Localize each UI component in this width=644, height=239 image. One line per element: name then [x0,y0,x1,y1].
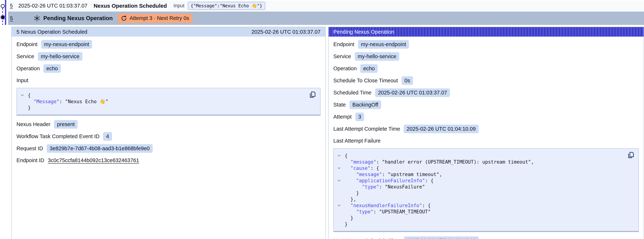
code-line: { [345,152,634,159]
collapse-chevron-icon[interactable] [338,178,341,182]
field-label: Service [333,54,351,60]
field-value-badge: 2025-02-26 UTC 01:04:13.93 [404,236,479,239]
detail-row: Request ID3e829b7e-7d67-4b08-aad3-b1e868… [16,144,320,153]
field-label: Request ID [16,146,43,152]
detail-row: Schedule To Close Timeout0s [333,76,639,85]
field-value-badge: 0s [402,76,413,85]
detail-row: Operationecho [16,64,320,73]
field-value-badge: my-hello-service [38,52,82,61]
field-value-badge: present [54,120,78,129]
timeline-pending-dot-icon[interactable] [1,16,4,19]
field-value-badge: BackingOff [350,100,381,109]
detail-row: Next Attempt Schedule Time2025-02-26 UTC… [333,236,639,239]
field-value-badge: echo [360,64,378,73]
field-label: Operation [333,66,356,72]
json-code-block: { "Message": "Nexus Echo 👋"} [16,88,320,116]
code-line: } [345,215,634,221]
field-value-badge: 3 [355,112,364,121]
detail-row: Endpointmy-nexus-endpoint [333,40,639,49]
event-row-scheduled[interactable]: 5 2025-02-26 UTC 01:03:37.07 Nexus Opera… [7,0,644,11]
field-label: Scheduled Time [333,90,372,96]
field-value-badge: echo [44,64,61,73]
field-label: Endpoint [333,41,354,48]
field-label: Schedule To Close Timeout [333,78,398,84]
field-value-badge: 2025-02-26 UTC 01:03:37.07 [375,88,450,97]
collapse-chevron-icon[interactable] [338,204,341,206]
scheduled-panel-body: Endpointmy-nexus-endpointServicemy-hello… [12,40,325,164]
detail-row: Operationecho [333,64,639,73]
retry-icon [121,15,127,22]
code-line: "cause": { [345,165,634,171]
field-label: Next Attempt Schedule Time [333,238,400,239]
collapse-chevron-icon[interactable] [338,166,341,169]
scheduled-panel-title: 5 Nexus Operation Scheduled [16,29,87,35]
field-label: Service [16,54,34,60]
scheduled-event-panel: 5 Nexus Operation Scheduled 2025-02-26 U… [11,27,326,239]
field-value-badge: 4 [103,132,112,141]
detail-row: Last Attempt Complete Time2025-02-26 UTC… [333,124,639,133]
code-line: "Message": "Nexus Echo 👋" [28,98,316,105]
event-input-chip: {"Message":"Nexus Echo 👋"} [188,2,265,10]
detail-row: Attempt3 [333,112,639,121]
field-label: State [333,102,346,108]
code-line: { [28,92,316,98]
pending-panel-header: Pending Nexus Operation [328,27,644,36]
event-history-rows: 5 2025-02-26 UTC 01:03:37.07 Nexus Opera… [7,0,644,25]
field-value-badge: my-nexus-endpoint [358,40,409,49]
field-value-link[interactable]: 3c0c75ccfa8144b092c13ce632463761 [48,158,139,164]
field-label: Input [16,78,28,84]
code-line: "type": "NexusFailure" [345,184,634,190]
field-label: Endpoint [16,41,38,48]
json-code-block: { "message": "handler error (UPSTREAM_TI… [333,148,639,232]
collapse-chevron-icon[interactable] [21,93,24,96]
code-line: "nexusHandlerFailureInfo": { [345,202,634,208]
event-detail-panels: 5 Nexus Operation Scheduled 2025-02-26 U… [11,27,644,239]
field-label: Last Attempt Failure [333,138,380,144]
event-row-pending[interactable]: 5 Pending Nexus Operation Attempt 3 · Ne… [8,12,644,25]
field-value-badge: my-hello-service [355,52,399,61]
detail-row: StateBackingOff [333,100,639,109]
code-line: } [345,190,634,196]
collapse-chevron-icon[interactable] [338,154,341,157]
field-label: Operation [16,66,40,72]
pending-operation-title: Pending Nexus Operation [44,15,113,22]
field-value-badge: my-nexus-endpoint [41,40,92,49]
field-label: Workflow Task Completed Event ID [16,134,100,140]
asterisk-pending-icon [34,15,40,22]
attempt-retry-badge: Attempt 3 · Next Retry 0s [118,14,192,23]
detail-row: Last Attempt Failure [333,137,639,145]
code-line: "type": "UPSTREAM_TIMEOUT" [345,208,634,215]
detail-row: Input [16,76,320,84]
detail-row: Workflow Task Completed Event ID4 [16,132,320,141]
event-name: Nexus Operation Scheduled [94,3,167,9]
pending-operation-panel: Pending Nexus Operation Endpointmy-nexus… [328,27,644,239]
field-value-badge: 3e829b7e-7d67-4b08-aad3-b1e868bfe9e0 [47,144,153,153]
pending-panel-body: Endpointmy-nexus-endpointServicemy-hello… [328,40,644,239]
scheduled-panel-time: 2025-02-26 UTC 01:03:37.07 [252,29,320,35]
event-timestamp: 2025-02-26 UTC 01:03:37.07 [18,3,87,9]
timeline-active-bar [5,0,6,25]
field-value-badge: 2025-02-26 UTC 01:04:10.09 [404,124,478,133]
code-line: "message": "upstream timeout", [345,171,634,178]
code-line: } [345,221,634,227]
code-line: "message": "handler error (UPSTREAM_TIME… [345,159,634,165]
field-label: Last Attempt Complete Time [333,126,400,132]
code-line: "applicationFailureInfo": { [345,178,634,184]
detail-row: Endpointmy-nexus-endpoint [16,40,320,49]
detail-row: Endpoint ID3c0c75ccfa8144b092c13ce632463… [16,156,320,164]
pending-panel-title: Pending Nexus Operation [333,29,394,35]
event-timeline-rail [0,0,11,26]
timeline-event-dot-icon [1,4,5,8]
code-line: }, [345,196,634,202]
code-line: } [28,105,316,111]
field-label: Endpoint ID [16,158,44,164]
attempt-badge-text: Attempt 3 · Next Retry 0s [130,15,189,21]
scheduled-panel-header: 5 Nexus Operation Scheduled 2025-02-26 U… [12,27,325,36]
detail-row: Servicemy-hello-service [16,52,320,61]
detail-row: Nexus Headerpresent [16,120,320,129]
detail-row: Servicemy-hello-service [333,52,639,61]
field-label: Attempt [333,114,352,120]
detail-row: Scheduled Time2025-02-26 UTC 01:03:37.07 [333,88,639,97]
field-label: Nexus Header [16,121,50,127]
event-input-label: Input [174,3,184,8]
